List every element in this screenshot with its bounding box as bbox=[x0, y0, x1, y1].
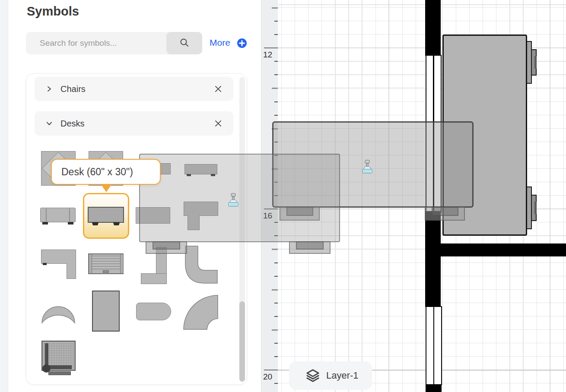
drag-ghost-foot bbox=[296, 241, 324, 250]
stamp-cursor-icon bbox=[227, 193, 239, 208]
desk-foot-notch bbox=[534, 202, 537, 214]
search-button[interactable] bbox=[166, 32, 202, 54]
category-row-desks[interactable]: Desks bbox=[35, 111, 233, 136]
window-pane-line bbox=[433, 307, 435, 384]
add-plus-icon[interactable] bbox=[237, 38, 247, 48]
symbol-rect-table[interactable] bbox=[92, 291, 120, 332]
desk-foot-notch bbox=[534, 56, 537, 69]
page-title: Symbols bbox=[27, 4, 79, 19]
symbol-rounded-end-desk[interactable] bbox=[136, 303, 171, 320]
layer-badge-label: Layer-1 bbox=[326, 370, 359, 381]
wall-segment-mid[interactable] bbox=[425, 211, 441, 307]
drag-ghost-desk bbox=[139, 154, 340, 242]
search-icon bbox=[179, 38, 190, 49]
ruler-major-tick bbox=[264, 47, 278, 48]
ruler-minor-tick bbox=[272, 289, 278, 291]
layers-icon bbox=[305, 368, 320, 383]
symbol-quarter-round-desk[interactable] bbox=[183, 294, 219, 331]
ruler-major-tick bbox=[264, 370, 278, 370]
chevron-right-icon bbox=[46, 85, 53, 92]
ruler-minor-tick bbox=[272, 88, 278, 89]
category-row-chairs[interactable]: Chairs bbox=[35, 77, 233, 101]
left-gutter bbox=[0, 0, 8, 392]
symbol-desk-l-left[interactable] bbox=[41, 250, 76, 264]
more-link[interactable]: More bbox=[210, 38, 230, 48]
chevron-down-icon bbox=[46, 120, 53, 127]
layer-badge[interactable]: Layer-1 bbox=[289, 361, 372, 390]
ruler-minor-tick bbox=[272, 249, 278, 250]
wall-segment-top[interactable] bbox=[425, 0, 441, 56]
ruler-minor-tick bbox=[272, 329, 278, 331]
drag-preview-foot bbox=[432, 207, 458, 216]
symbol-drafting-table[interactable] bbox=[41, 341, 76, 371]
category-label: Desks bbox=[60, 119, 85, 129]
symbol-credenza-desk[interactable] bbox=[40, 208, 76, 222]
panel-scrollbar-thumb[interactable] bbox=[239, 301, 245, 382]
symbol-tooltip-text: Desk (60" x 30") bbox=[61, 166, 133, 178]
window-2[interactable] bbox=[426, 306, 442, 385]
symbol-rolltop-desk[interactable] bbox=[88, 253, 124, 274]
symbol-desk-60x30[interactable] bbox=[88, 207, 124, 223]
ruler-label: 20 bbox=[263, 372, 272, 382]
wall-segment-bottom[interactable] bbox=[426, 384, 442, 392]
category-label: Chairs bbox=[60, 84, 86, 94]
close-icon[interactable] bbox=[214, 120, 222, 127]
ruler-minor-tick bbox=[272, 7, 278, 9]
ruler-label: 12 bbox=[263, 50, 272, 60]
symbol-crescent-desk[interactable] bbox=[40, 302, 76, 325]
drag-ghost-foot bbox=[153, 241, 180, 250]
close-icon[interactable] bbox=[214, 85, 222, 93]
stamp-cursor-icon bbox=[361, 160, 373, 174]
search-input[interactable] bbox=[26, 32, 180, 54]
wall-segment-horizontal[interactable] bbox=[440, 243, 566, 256]
tooltip-arrow bbox=[101, 184, 112, 192]
symbol-tooltip: Desk (60" x 30") bbox=[51, 159, 161, 185]
symbol-curved-desk-elbow[interactable] bbox=[184, 245, 218, 285]
